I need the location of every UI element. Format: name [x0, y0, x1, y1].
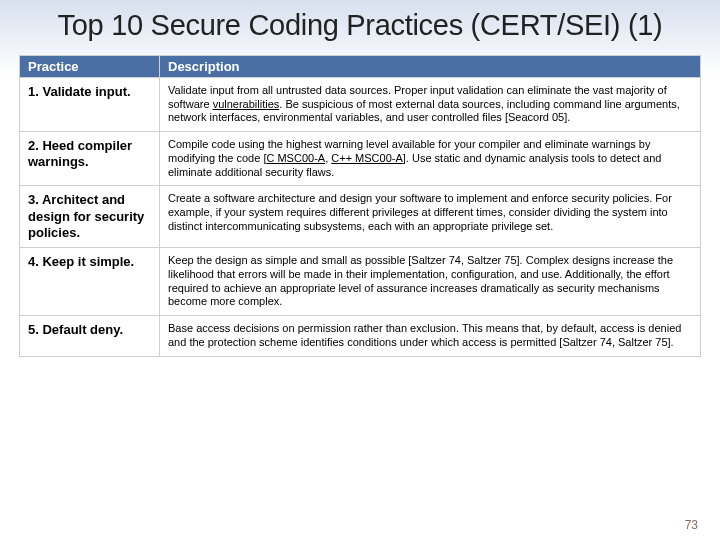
- practice-cell: 3. Architect and design for security pol…: [20, 186, 160, 248]
- slide-title: Top 10 Secure Coding Practices (CERT/SEI…: [0, 0, 720, 55]
- practice-cell: 2. Heed compiler warnings.: [20, 132, 160, 186]
- practice-cell: 1. Validate input.: [20, 77, 160, 131]
- desc-text: Create a software architecture and desig…: [168, 192, 672, 232]
- table-row: 4. Keep it simple. Keep the design as si…: [20, 248, 701, 316]
- link-vulnerabilities[interactable]: vulnerabilities: [213, 98, 280, 110]
- table-row: 3. Architect and design for security pol…: [20, 186, 701, 248]
- table-row: 5. Default deny. Base access decisions o…: [20, 316, 701, 357]
- description-cell: Validate input from all untrusted data s…: [160, 77, 701, 131]
- practice-cell: 4. Keep it simple.: [20, 248, 160, 316]
- practice-cell: 5. Default deny.: [20, 316, 160, 357]
- table-row: 2. Heed compiler warnings. Compile code …: [20, 132, 701, 186]
- description-cell: Compile code using the highest warning l…: [160, 132, 701, 186]
- link-c-msc00a[interactable]: C MSC00-A: [266, 152, 325, 164]
- page-number: 73: [685, 518, 698, 532]
- desc-text: Keep the design as simple and small as p…: [168, 254, 673, 307]
- practices-table: Practice Description 1. Validate input. …: [19, 55, 701, 357]
- link-cpp-msc00a[interactable]: C++ MSC00-A: [331, 152, 403, 164]
- header-description: Description: [160, 55, 701, 77]
- desc-text: Base access decisions on permission rath…: [168, 322, 681, 348]
- description-cell: Base access decisions on permission rath…: [160, 316, 701, 357]
- description-cell: Create a software architecture and desig…: [160, 186, 701, 248]
- table-row: 1. Validate input. Validate input from a…: [20, 77, 701, 131]
- description-cell: Keep the design as simple and small as p…: [160, 248, 701, 316]
- header-practice: Practice: [20, 55, 160, 77]
